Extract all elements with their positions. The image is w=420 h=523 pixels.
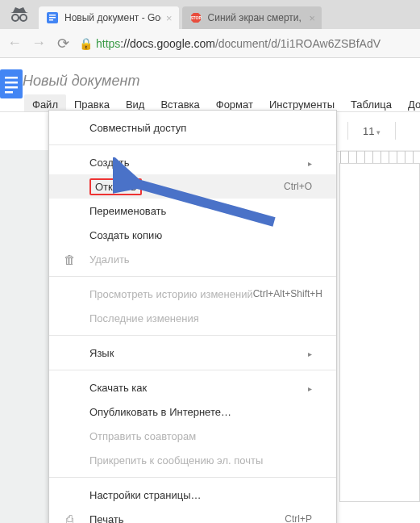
svg-rect-9 xyxy=(5,77,18,79)
docs-logo-icon[interactable] xyxy=(0,65,23,108)
shortcut-label: Ctrl+O xyxy=(284,181,312,192)
shortcut-label: Ctrl+Alt+Shift+H xyxy=(253,288,322,299)
back-button[interactable]: ← xyxy=(6,35,23,52)
svg-rect-4 xyxy=(49,17,56,19)
menu-item-revision-history: Просмотреть историю изменений Ctrl+Alt+S… xyxy=(49,282,336,306)
menu-item-new[interactable]: Создать xyxy=(49,150,336,174)
svg-rect-11 xyxy=(5,86,18,89)
ruler[interactable] xyxy=(340,150,420,163)
address-bar[interactable]: 🔒https://docs.google.com/document/d/1i1R… xyxy=(79,37,380,50)
tab-title: Синий экран смерти, BS xyxy=(208,12,305,23)
menu-item-print[interactable]: ⎙ Печать Ctrl+P xyxy=(49,507,336,523)
menu-item-rename[interactable]: Переименовать xyxy=(49,199,336,223)
document-title[interactable]: Новый документ xyxy=(23,73,420,90)
reload-button[interactable]: ⟳ xyxy=(55,35,71,52)
tab-title: Новый документ - Googl xyxy=(64,12,161,23)
docs-header: Новый документ Файл Правка Вид Вставка Ф… xyxy=(0,58,420,115)
lock-icon: 🔒 xyxy=(79,37,93,50)
menu-item-share[interactable]: Совместный доступ xyxy=(49,115,336,140)
svg-rect-12 xyxy=(5,91,13,94)
forward-button[interactable]: → xyxy=(31,35,47,52)
document-page[interactable] xyxy=(339,163,420,502)
highlight-annotation: Открыть xyxy=(89,178,142,195)
menu-item-open[interactable]: Открыть Ctrl+O xyxy=(49,174,336,199)
menu-item-email-collaborators: Отправить соавторам xyxy=(49,424,336,448)
file-menu-dropdown: Совместный доступ Создать Открыть Ctrl+O… xyxy=(48,110,337,523)
menu-item-language[interactable]: Язык xyxy=(49,341,336,365)
menu-item-download-as[interactable]: Скачать как xyxy=(49,375,336,400)
menu-item-publish[interactable]: Опубликовать в Интернете… xyxy=(49,400,336,424)
browser-navbar: ← → ⟳ 🔒https://docs.google.com/document/… xyxy=(0,29,420,58)
browser-tabbar: Новый документ - Googl × STOP Синий экра… xyxy=(0,0,420,29)
browser-tab-inactive[interactable]: STOP Синий экран смерти, BS × xyxy=(182,6,322,29)
svg-rect-8 xyxy=(0,69,23,98)
menu-item-make-copy[interactable]: Создать копию xyxy=(49,223,336,247)
svg-rect-3 xyxy=(49,15,56,16)
font-size-selector[interactable]: 11 xyxy=(363,125,380,137)
menu-item-page-setup[interactable]: Настройки страницы… xyxy=(49,483,336,507)
stop-favicon-icon: STOP xyxy=(190,12,202,23)
svg-point-0 xyxy=(12,15,19,21)
trash-icon: 🗑 xyxy=(62,253,77,266)
print-icon: ⎙ xyxy=(62,513,77,524)
incognito-icon xyxy=(0,0,39,29)
svg-text:STOP: STOP xyxy=(190,15,202,20)
shortcut-label: Ctrl+P xyxy=(285,513,312,523)
svg-rect-5 xyxy=(49,19,53,21)
menu-item-recent-changes: Последние изменения xyxy=(49,306,336,330)
svg-point-1 xyxy=(20,15,27,21)
menu-item-delete: 🗑 Удалить xyxy=(49,247,336,271)
menu-item-email-attachment: Прикрепить к сообщению эл. почты xyxy=(49,448,336,472)
svg-rect-10 xyxy=(5,82,18,84)
browser-tab-active[interactable]: Новый документ - Googl × xyxy=(39,6,179,29)
docs-favicon-icon xyxy=(47,12,58,23)
